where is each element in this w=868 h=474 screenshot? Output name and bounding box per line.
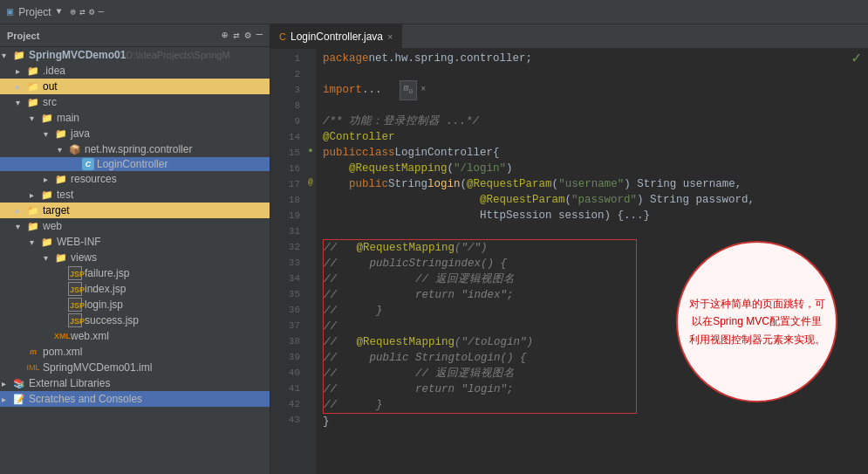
tree-item[interactable]: ▾ 📁 java [0, 126, 270, 141]
tree-label: web [43, 220, 62, 232]
code-line-42: // } [324, 397, 636, 413]
tree-item[interactable]: ▸ 📁 test [0, 187, 270, 203]
code-line-1: package net.hw.spring.controller; [323, 51, 861, 66]
code-line-3: import ... mG × [323, 82, 861, 98]
keyword: public [349, 176, 388, 192]
tree-label: resources [71, 173, 117, 185]
tree-item[interactable]: ▸ 📁 target [0, 203, 270, 218]
minimize-icon[interactable]: — [98, 6, 104, 17]
line-num: 35 [270, 286, 300, 302]
comment: toLogin() { [455, 350, 527, 366]
tree-item[interactable]: ▾ 📁 WEB-INF [0, 234, 270, 250]
arrow-icon: ▾ [30, 237, 40, 247]
line-num: 43 [270, 412, 300, 428]
lib-icon: 📚 [12, 376, 26, 390]
mg-badge: mG [400, 80, 418, 100]
tree-item[interactable]: ▸ 📁 out [0, 79, 270, 94]
comment: // // 返回逻辑视图名 [324, 271, 515, 287]
comment: // [324, 334, 357, 350]
code-line-41: // return "login"; [324, 381, 636, 397]
tab-file-icon: C [279, 31, 286, 42]
code-line-37: // [324, 319, 636, 334]
code-text: ) [506, 161, 513, 176]
tree-label: SpringMVCDemo01.iml [43, 361, 152, 374]
settings-icon[interactable]: ⚙ [89, 6, 95, 17]
folder-web-icon: 📁 [26, 219, 40, 233]
annotation: @RequestMapping [349, 161, 448, 176]
close-icon[interactable]: × [420, 82, 426, 98]
tree-item[interactable]: ▸ m pom.xml [0, 344, 270, 360]
tree-item[interactable]: ▸ 📚 External Libraries [0, 375, 270, 391]
tree-item[interactable]: ▾ 📁 SpringMVCDemo01 D:\IdeaProjects\Spri… [0, 47, 270, 63]
sidebar-header-text: Project [7, 31, 222, 41]
folder-icon: 📁 [26, 64, 40, 78]
tree-item[interactable]: ▾ 📁 web [0, 218, 270, 234]
indicator [305, 347, 316, 363]
sidebar-gear-icon[interactable]: ⚙ [245, 29, 251, 42]
indicator [305, 395, 316, 410]
sidebar-minimize-icon[interactable]: — [256, 29, 263, 42]
pom-icon: m [26, 345, 40, 359]
tree-item[interactable]: ▾ 📁 views [0, 250, 270, 265]
line-num: 41 [270, 381, 300, 396]
project-icon: ▣ [7, 5, 13, 18]
tab-close-button[interactable]: × [387, 31, 393, 42]
tree-item[interactable]: ▾ 📦 net.hw.spring.controller [0, 141, 270, 157]
tree-item[interactable]: ▸ JSP success.jsp [0, 313, 270, 328]
tree-item[interactable]: ▾ 📁 src [0, 94, 270, 110]
tree-label: success.jsp [85, 314, 139, 326]
comment: // return "login"; [324, 381, 514, 397]
sidebar-add-icon[interactable]: ⊕ [222, 29, 228, 42]
tree-item[interactable]: ▸ JSP failure.jsp [0, 265, 270, 281]
tree-item[interactable]: ▸ JSP login.jsp [0, 297, 270, 313]
arrow-icon: ▾ [44, 253, 54, 263]
tree-item[interactable]: ▾ 📁 main [0, 110, 270, 126]
iml-icon: IML [26, 361, 40, 374]
indicator [305, 206, 316, 222]
commented-block: // @RequestMapping ("/") // public Strin… [323, 239, 637, 414]
keyword: class [362, 145, 395, 161]
tree-label: login.jsp [85, 299, 123, 311]
arrow-icon: ▸ [2, 395, 12, 404]
line-num: 38 [270, 333, 300, 349]
code-line-36: // } [324, 303, 636, 319]
arrow-icon: ▾ [2, 51, 12, 60]
indicator [305, 96, 316, 112]
code-area[interactable]: package net.hw.spring.controller; import… [316, 49, 868, 474]
annotation: @Controller [323, 129, 395, 145]
tree-label: views [71, 251, 97, 264]
title-bar: ▣ Project ▼ ⊕ ⇄ ⚙ — [0, 0, 868, 24]
indicator [305, 65, 316, 80]
folder-target-icon: 📁 [26, 203, 40, 217]
indicator [305, 49, 316, 65]
indicator [305, 300, 316, 316]
line-num: 17 [270, 176, 300, 192]
code-text [323, 161, 349, 176]
indicator [305, 332, 316, 347]
code-line-8 [323, 98, 861, 113]
comment: // [324, 319, 337, 334]
sync-icon[interactable]: ⇄ [79, 6, 85, 17]
package-icon: 📦 [68, 142, 82, 156]
tree-item[interactable]: ▸ 📁 resources [0, 171, 270, 187]
active-tab[interactable]: C LoginController.java × [270, 24, 402, 49]
editor-area: C LoginController.java × 1 2 3 8 9 14 15… [270, 24, 868, 474]
tree-label: test [57, 189, 73, 201]
tree-label: java [71, 127, 90, 140]
title-bar-dropdown-icon[interactable]: ▼ [57, 7, 62, 17]
tree-item[interactable]: ▸ C LoginController [0, 157, 270, 171]
tree-item[interactable]: ▸ JSP index.jsp [0, 281, 270, 297]
indicator [305, 410, 316, 426]
controller-class-icon: C [82, 158, 94, 170]
add-icon[interactable]: ⊕ [71, 6, 77, 17]
tree-item[interactable]: ▸ 📁 .idea [0, 63, 270, 79]
tree-item[interactable]: ▸ 📝 Scratches and Consoles [0, 391, 270, 407]
tree-item[interactable]: ▸ XML web.xml [0, 328, 270, 344]
sidebar-sync-icon[interactable]: ⇄ [233, 29, 239, 42]
line-num: 8 [270, 98, 300, 113]
tree-item[interactable]: ▸ IML SpringMVCDemo01.iml [0, 360, 270, 375]
tab-label: LoginController.java [290, 31, 383, 43]
indicator [305, 379, 316, 395]
code-line-40: // // 返回逻辑视图名 [324, 366, 636, 381]
code-text: { [493, 145, 500, 161]
